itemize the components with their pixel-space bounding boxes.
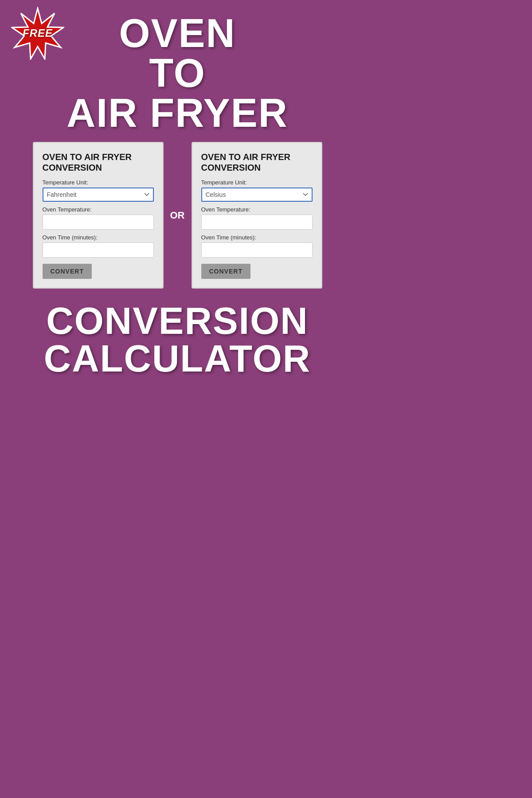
- temp-unit-select-fahrenheit[interactable]: Fahrenheit Celsius: [43, 188, 154, 202]
- calculator-card-fahrenheit: OVEN TO AIR FRYER CONVERSION Temperature…: [33, 142, 164, 289]
- calculator-card-celsius: OVEN TO AIR FRYER CONVERSION Temperature…: [192, 142, 322, 289]
- oven-temp-input-fahrenheit[interactable]: [43, 215, 154, 230]
- header-section: FREE OVEN TO AIR FRYER: [0, 0, 355, 137]
- oven-time-input-celsius[interactable]: [201, 243, 313, 258]
- oven-temp-input-celsius[interactable]: [201, 215, 313, 230]
- footer-line2: CALCULATOR: [9, 340, 346, 377]
- free-badge: FREE: [9, 4, 66, 62]
- footer-line1: CONVERSION: [9, 302, 346, 340]
- oven-time-label-celsius: Oven Time (minutes):: [201, 234, 313, 241]
- or-divider: OR: [164, 210, 192, 221]
- oven-time-input-fahrenheit[interactable]: [43, 243, 154, 258]
- footer-section: CONVERSION CALCULATOR: [0, 293, 355, 382]
- temp-unit-label-fahrenheit: Temperature Unit:: [43, 179, 154, 186]
- cards-section: OVEN TO AIR FRYER CONVERSION Temperature…: [0, 137, 355, 293]
- card-title-celsius: OVEN TO AIR FRYER CONVERSION: [201, 152, 313, 173]
- convert-button-celsius[interactable]: CONVERT: [201, 264, 250, 279]
- oven-temp-label-fahrenheit: Oven Temperature:: [43, 206, 154, 213]
- card-title-fahrenheit: OVEN TO AIR FRYER CONVERSION: [43, 152, 154, 173]
- main-title-line3: AIR FRYER: [13, 93, 341, 133]
- starburst: FREE: [11, 7, 64, 60]
- temp-unit-select-celsius[interactable]: Fahrenheit Celsius: [201, 188, 313, 202]
- convert-button-fahrenheit[interactable]: CONVERT: [43, 264, 92, 279]
- oven-time-label-fahrenheit: Oven Time (minutes):: [43, 234, 154, 241]
- free-badge-text: FREE: [23, 27, 53, 39]
- oven-temp-label-celsius: Oven Temperature:: [201, 206, 313, 213]
- footer-title: CONVERSION CALCULATOR: [9, 302, 346, 377]
- temp-unit-label-celsius: Temperature Unit:: [201, 179, 313, 186]
